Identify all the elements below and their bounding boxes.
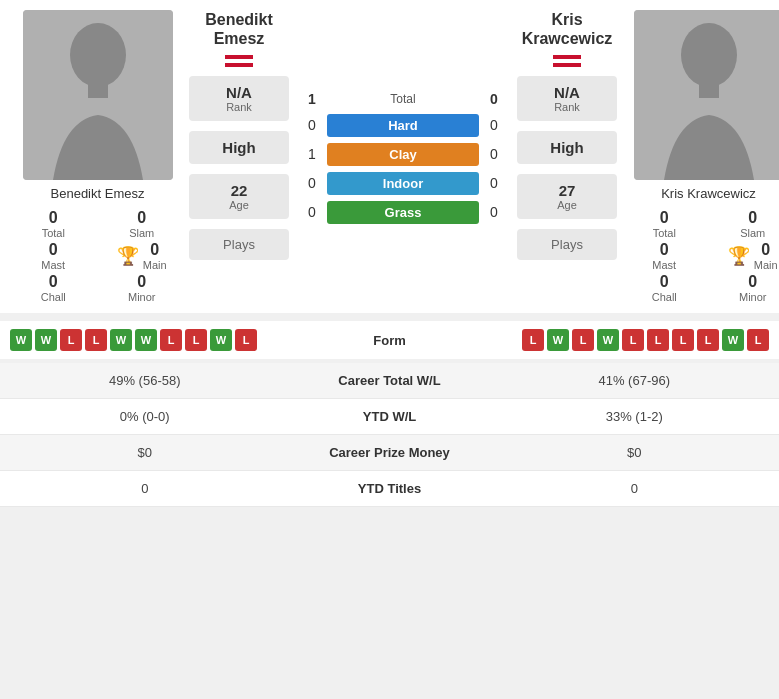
stats-table: 49% (56-58) Career Total W/L 41% (67-96)… <box>0 363 779 507</box>
stats-left-val: 0% (0-0) <box>0 409 290 424</box>
form-badge-w: W <box>597 329 619 351</box>
left-rank-value: N/A <box>205 84 273 101</box>
form-badge-l: L <box>697 329 719 351</box>
form-badge-w: W <box>722 329 744 351</box>
right-player-avatar <box>634 10 780 180</box>
left-flag <box>225 55 253 67</box>
right-trophy-icon: 🏆 <box>728 245 750 267</box>
right-mast-value: 0 <box>660 241 669 259</box>
form-badge-l: L <box>672 329 694 351</box>
svg-rect-5 <box>699 83 719 98</box>
form-badge-w: W <box>110 329 132 351</box>
right-minor-label: Minor <box>739 291 767 303</box>
right-main-value: 0 <box>761 241 770 259</box>
left-trophy-icon: 🏆 <box>117 245 139 267</box>
left-plays-box: Plays <box>189 229 289 260</box>
left-minor-cell: 0 Minor <box>99 273 186 303</box>
clay-badge: Clay <box>327 143 479 166</box>
left-minor-label: Minor <box>128 291 156 303</box>
left-age-label: Age <box>205 199 273 211</box>
grass-row: 0 Grass 0 <box>297 201 509 224</box>
left-chall-label: Chall <box>41 291 66 303</box>
stats-left-val: 0 <box>0 481 290 496</box>
hard-badge: Hard <box>327 114 479 137</box>
stats-right-val: 33% (1-2) <box>490 409 780 424</box>
left-chall-value: 0 <box>49 273 58 291</box>
form-badge-l: L <box>522 329 544 351</box>
right-age-label: Age <box>533 199 601 211</box>
form-badge-w: W <box>35 329 57 351</box>
right-stats-grid: 0 Total 0 Slam 0 Mast 🏆 0 Main <box>621 209 779 303</box>
indoor-left-score: 0 <box>297 175 327 191</box>
form-badge-l: L <box>747 329 769 351</box>
stats-row: 0 YTD Titles 0 <box>0 471 779 507</box>
grass-badge: Grass <box>327 201 479 224</box>
right-mast-cell: 0 Mast <box>621 241 708 271</box>
main-container: Benedikt Emesz 0 Total 0 Slam 0 Mast 🏆 <box>0 0 779 507</box>
grass-right-score: 0 <box>479 204 509 220</box>
svg-point-1 <box>70 23 126 87</box>
stats-left-val: 49% (56-58) <box>0 373 290 388</box>
form-badge-l: L <box>160 329 182 351</box>
left-player-name-center: Benedikt Emesz <box>189 10 289 48</box>
total-label: Total <box>327 92 479 106</box>
indoor-right-score: 0 <box>479 175 509 191</box>
clay-left-score: 1 <box>297 146 327 162</box>
form-badge-l: L <box>622 329 644 351</box>
left-rank-label: Rank <box>205 101 273 113</box>
right-total-score: 0 <box>479 91 509 107</box>
stats-right-val: 0 <box>490 481 780 496</box>
right-rank-box: N/A Rank <box>517 76 617 121</box>
left-slam-value: 0 <box>137 209 146 227</box>
right-minor-cell: 0 Minor <box>710 273 780 303</box>
players-section: Benedikt Emesz 0 Total 0 Slam 0 Mast 🏆 <box>0 0 779 313</box>
player-left-card: Benedikt Emesz 0 Total 0 Slam 0 Mast 🏆 <box>10 10 185 303</box>
right-rank-label: Rank <box>533 101 601 113</box>
stats-center-label: Career Prize Money <box>290 445 490 460</box>
left-slam-cell: 0 Slam <box>99 209 186 239</box>
right-total-cell: 0 Total <box>621 209 708 239</box>
left-slam-label: Slam <box>129 227 154 239</box>
right-flag <box>553 55 581 67</box>
stats-center-label: YTD W/L <box>290 409 490 424</box>
total-row: 1 Total 0 <box>297 91 509 107</box>
left-total-value: 0 <box>49 209 58 227</box>
left-main-value: 0 <box>150 241 159 259</box>
left-minor-value: 0 <box>137 273 146 291</box>
right-trophy-main-cell: 🏆 0 Main <box>710 241 780 271</box>
left-plays-label: Plays <box>223 237 255 252</box>
stats-right-val: $0 <box>490 445 780 460</box>
right-chall-cell: 0 Chall <box>621 273 708 303</box>
right-minor-value: 0 <box>748 273 757 291</box>
form-badge-l: L <box>647 329 669 351</box>
clay-right-score: 0 <box>479 146 509 162</box>
clay-row: 1 Clay 0 <box>297 143 509 166</box>
right-plays-box: Plays <box>517 229 617 260</box>
right-slam-value: 0 <box>748 209 757 227</box>
form-badge-l: L <box>235 329 257 351</box>
form-badge-w: W <box>10 329 32 351</box>
left-high-label: High <box>189 131 289 164</box>
right-total-value: 0 <box>660 209 669 227</box>
stats-right-val: 41% (67-96) <box>490 373 780 388</box>
form-badge-w: W <box>210 329 232 351</box>
form-badge-w: W <box>135 329 157 351</box>
left-player-avatar <box>23 10 173 180</box>
stats-left-val: $0 <box>0 445 290 460</box>
left-rank-box: N/A Rank <box>189 76 289 121</box>
right-mast-label: Mast <box>652 259 676 271</box>
form-section: WWLLWWLLWL Form LWLWLLLLWL <box>0 321 779 359</box>
hard-row: 0 Hard 0 <box>297 114 509 137</box>
right-plays-label: Plays <box>551 237 583 252</box>
form-badge-w: W <box>547 329 569 351</box>
hard-left-score: 0 <box>297 117 327 133</box>
svg-point-4 <box>681 23 737 87</box>
right-main-label: Main <box>754 259 778 271</box>
right-chall-label: Chall <box>652 291 677 303</box>
right-center-panel: Kris Krawcewicz N/A Rank High 27 Age Pla… <box>517 10 617 303</box>
form-badge-l: L <box>85 329 107 351</box>
left-mast-cell: 0 Mast <box>10 241 97 271</box>
left-stats-grid: 0 Total 0 Slam 0 Mast 🏆 0 Main <box>10 209 185 303</box>
hard-right-score: 0 <box>479 117 509 133</box>
right-total-label: Total <box>653 227 676 239</box>
